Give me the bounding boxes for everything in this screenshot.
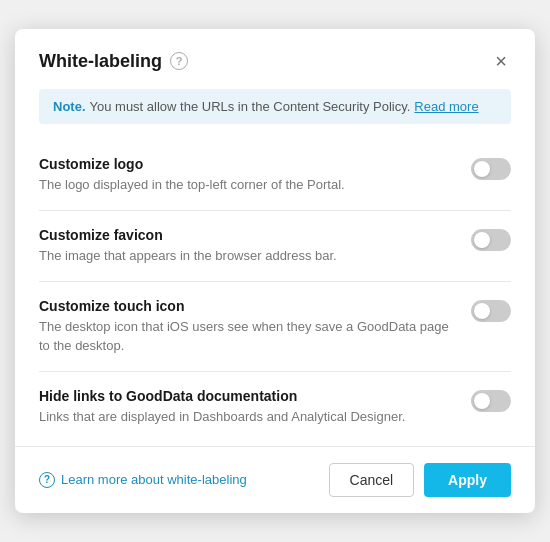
setting-info-customize-favicon: Customize faviconThe image that appears … — [39, 227, 471, 265]
setting-desc-hide-links: Links that are displayed in Dashboards a… — [39, 408, 455, 426]
cancel-button[interactable]: Cancel — [329, 463, 415, 497]
note-text: You must allow the URLs in the Content S… — [90, 99, 411, 114]
title-row: White-labeling ? — [39, 51, 188, 72]
dialog-footer: ? Learn more about white-labeling Cancel… — [15, 446, 535, 513]
learn-more-text: Learn more about white-labeling — [61, 472, 247, 487]
setting-info-customize-touch-icon: Customize touch iconThe desktop icon tha… — [39, 298, 471, 354]
dialog-title: White-labeling — [39, 51, 162, 72]
note-label: Note. — [53, 99, 86, 114]
setting-desc-customize-favicon: The image that appears in the browser ad… — [39, 247, 455, 265]
setting-row: Customize touch iconThe desktop icon tha… — [39, 282, 511, 371]
setting-title-customize-touch-icon: Customize touch icon — [39, 298, 455, 314]
setting-title-customize-logo: Customize logo — [39, 156, 455, 172]
setting-row: Customize logoThe logo displayed in the … — [39, 140, 511, 211]
setting-title-customize-favicon: Customize favicon — [39, 227, 455, 243]
toggle-customize-logo[interactable] — [471, 158, 511, 180]
setting-info-customize-logo: Customize logoThe logo displayed in the … — [39, 156, 471, 194]
setting-info-hide-links: Hide links to GoodData documentationLink… — [39, 388, 471, 426]
footer-help-icon: ? — [39, 472, 55, 488]
setting-desc-customize-logo: The logo displayed in the top-left corne… — [39, 176, 455, 194]
toggle-hide-links[interactable] — [471, 390, 511, 412]
note-banner: Note. You must allow the URLs in the Con… — [39, 89, 511, 124]
dialog-header: White-labeling ? × — [15, 29, 535, 89]
apply-button[interactable]: Apply — [424, 463, 511, 497]
setting-desc-customize-touch-icon: The desktop icon that iOS users see when… — [39, 318, 455, 354]
dialog-body: Customize logoThe logo displayed in the … — [15, 140, 535, 442]
toggle-customize-favicon[interactable] — [471, 229, 511, 251]
setting-title-hide-links: Hide links to GoodData documentation — [39, 388, 455, 404]
white-labeling-dialog: White-labeling ? × Note. You must allow … — [15, 29, 535, 513]
close-button[interactable]: × — [491, 49, 511, 73]
footer-buttons: Cancel Apply — [329, 463, 511, 497]
toggle-customize-touch-icon[interactable] — [471, 300, 511, 322]
learn-more-link[interactable]: ? Learn more about white-labeling — [39, 472, 247, 488]
setting-row: Hide links to GoodData documentationLink… — [39, 372, 511, 442]
setting-row: Customize faviconThe image that appears … — [39, 211, 511, 282]
read-more-link[interactable]: Read more — [414, 99, 478, 114]
title-help-icon[interactable]: ? — [170, 52, 188, 70]
